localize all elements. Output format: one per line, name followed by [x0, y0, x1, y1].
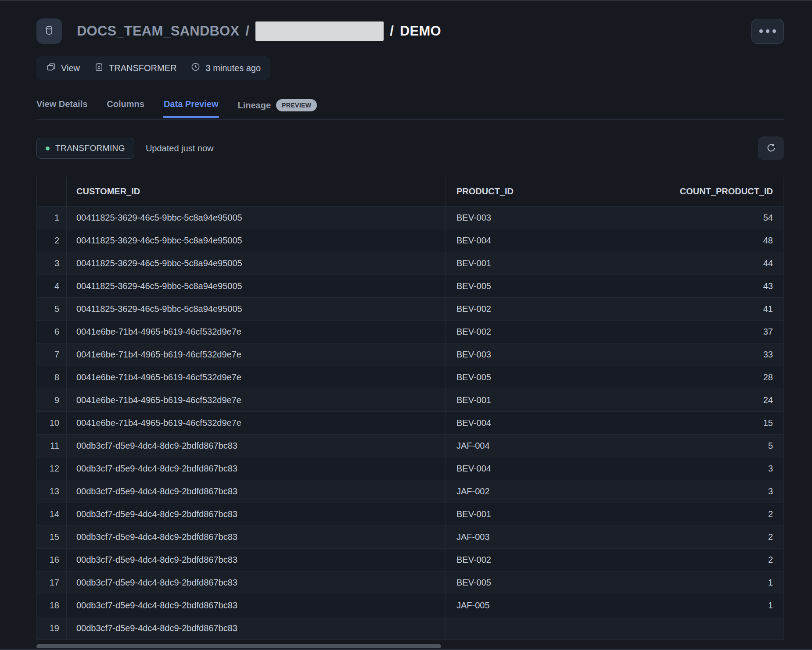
table-row: 10 0041e6be-71b4-4965-b619-46cf532d9e7e …	[37, 412, 783, 435]
table-row: 17 00db3cf7-d5e9-4dc4-8dc9-2bdfd867bc83 …	[37, 571, 783, 594]
more-actions-button[interactable]	[751, 19, 784, 44]
cell-product-id: BEV-005	[446, 275, 587, 297]
layers-icon	[46, 62, 56, 74]
cell-customer-id: 0041e6be-71b4-4965-b619-46cf532d9e7e	[67, 389, 446, 411]
cell-count-product-id: 41	[587, 298, 783, 320]
table-row: 18 00db3cf7-d5e9-4dc4-8dc9-2bdfd867bc83 …	[37, 594, 783, 617]
cell-product-id: BEV-004	[446, 229, 587, 252]
cell-product-id: BEV-003	[446, 343, 587, 366]
cell-customer-id: 00411825-3629-46c5-9bbc-5c8a94e95005	[67, 229, 446, 252]
table-row: 1 00411825-3629-46c5-9bbc-5c8a94e95005 B…	[37, 207, 783, 229]
cell-count-product-id: 48	[587, 229, 783, 252]
cell-count-product-id: 2	[587, 526, 783, 548]
cell-customer-id: 0041e6be-71b4-4965-b619-46cf532d9e7e	[67, 321, 446, 343]
header-customer-id: CUSTOMER_ID	[67, 177, 446, 206]
row-number: 3	[37, 252, 67, 275]
cell-product-id	[446, 617, 587, 639]
cell-count-product-id: 37	[587, 321, 783, 343]
title-separator: /	[390, 23, 394, 39]
cell-customer-id: 0041e6be-71b4-4965-b619-46cf532d9e7e	[67, 366, 446, 389]
object-role-label: TRANSFORMER	[109, 63, 176, 73]
preview-badge: PREVIEW	[276, 99, 317, 111]
row-number: 11	[37, 435, 67, 457]
cell-count-product-id	[587, 617, 783, 639]
cell-customer-id: 00db3cf7-d5e9-4dc4-8dc9-2bdfd867bc83	[67, 503, 446, 525]
table-row: 19 00db3cf7-d5e9-4dc4-8dc9-2bdfd867bc83	[37, 617, 783, 640]
cell-count-product-id: 3	[587, 480, 783, 503]
cell-product-id: BEV-001	[446, 252, 587, 275]
cell-count-product-id: 28	[587, 366, 783, 389]
row-number: 18	[37, 594, 67, 617]
cell-customer-id: 00411825-3629-46c5-9bbc-5c8a94e95005	[67, 207, 446, 229]
cell-product-id: BEV-005	[446, 366, 587, 389]
table-row: 5 00411825-3629-46c5-9bbc-5c8a94e95005 B…	[37, 298, 783, 321]
table-row: 12 00db3cf7-d5e9-4dc4-8dc9-2bdfd867bc83 …	[37, 457, 783, 480]
cell-customer-id: 00db3cf7-d5e9-4dc4-8dc9-2bdfd867bc83	[67, 549, 446, 571]
row-number: 17	[37, 571, 67, 594]
cell-product-id: BEV-001	[446, 389, 587, 411]
refresh-icon	[766, 143, 776, 154]
cell-count-product-id: 24	[587, 389, 783, 411]
cell-product-id: JAF-003	[446, 526, 587, 548]
cell-count-product-id: 5	[587, 435, 783, 457]
cell-product-id: BEV-002	[446, 321, 587, 343]
object-age-label: 3 minutes ago	[205, 63, 261, 73]
cell-product-id: BEV-005	[446, 571, 587, 594]
row-number: 13	[37, 480, 67, 503]
row-number: 9	[37, 389, 67, 411]
updated-text: Updated just now	[146, 143, 214, 154]
cell-customer-id: 0041e6be-71b4-4965-b619-46cf532d9e7e	[67, 343, 446, 366]
tab-columns[interactable]: Columns	[107, 99, 144, 117]
data-preview-table: CUSTOMER_ID PRODUCT_ID COUNT_PRODUCT_ID …	[36, 177, 784, 640]
table-row: 6 0041e6be-71b4-4965-b619-46cf532d9e7e B…	[37, 321, 783, 343]
cell-product-id: BEV-003	[446, 207, 587, 229]
horizontal-scrollbar-thumb[interactable]	[36, 644, 441, 648]
tab-bar: View Details Columns Data Preview Lineag…	[36, 99, 784, 120]
row-number: 4	[37, 275, 67, 297]
cell-customer-id: 00db3cf7-d5e9-4dc4-8dc9-2bdfd867bc83	[67, 435, 446, 457]
table-row: 3 00411825-3629-46c5-9bbc-5c8a94e95005 B…	[37, 252, 783, 275]
cell-product-id: BEV-002	[446, 549, 587, 571]
tab-view-details[interactable]: View Details	[36, 99, 87, 117]
cell-customer-id: 00db3cf7-d5e9-4dc4-8dc9-2bdfd867bc83	[67, 457, 446, 480]
page-title: DOCS_TEAM_SANDBOX / / DEMO	[77, 21, 441, 41]
row-number: 15	[37, 526, 67, 548]
status-label: TRANSFORMING	[55, 143, 125, 153]
table-row: 14 00db3cf7-d5e9-4dc4-8dc9-2bdfd867bc83 …	[37, 503, 783, 526]
status-row: TRANSFORMING Updated just now	[36, 136, 784, 160]
table-row: 9 0041e6be-71b4-4965-b619-46cf532d9e7e B…	[37, 389, 783, 412]
database-icon	[43, 25, 55, 38]
table-row: 7 0041e6be-71b4-4965-b619-46cf532d9e7e B…	[37, 343, 783, 366]
cell-product-id: BEV-004	[446, 457, 587, 480]
cell-customer-id: 00db3cf7-d5e9-4dc4-8dc9-2bdfd867bc83	[67, 594, 446, 617]
database-icon-chip	[36, 18, 62, 44]
tab-data-preview[interactable]: Data Preview	[164, 99, 219, 117]
cell-count-product-id: 44	[587, 252, 783, 275]
table-row: 4 00411825-3629-46c5-9bbc-5c8a94e95005 B…	[37, 275, 783, 298]
cell-count-product-id: 1	[587, 594, 783, 617]
table-row: 8 0041e6be-71b4-4965-b619-46cf532d9e7e B…	[37, 366, 783, 389]
title-separator: /	[245, 23, 249, 39]
cell-count-product-id: 43	[587, 275, 783, 297]
cell-count-product-id: 1	[587, 571, 783, 594]
object-role-badge: TRANSFORMER	[94, 62, 176, 74]
table-row: 2 00411825-3629-46c5-9bbc-5c8a94e95005 B…	[37, 229, 783, 252]
table-row: 15 00db3cf7-d5e9-4dc4-8dc9-2bdfd867bc83 …	[37, 526, 783, 549]
row-number: 16	[37, 549, 67, 571]
clock-icon	[190, 62, 201, 74]
object-header: DOCS_TEAM_SANDBOX / / DEMO	[36, 18, 784, 44]
header-row-number	[37, 177, 67, 206]
cell-count-product-id: 15	[587, 412, 783, 434]
row-number: 19	[37, 617, 67, 639]
row-number: 1	[37, 207, 67, 229]
cell-count-product-id: 2	[587, 503, 783, 525]
title-database: DOCS_TEAM_SANDBOX	[77, 23, 239, 39]
ellipsis-icon	[759, 29, 763, 33]
cell-product-id: BEV-002	[446, 298, 587, 320]
refresh-button[interactable]	[758, 136, 784, 160]
table-header: CUSTOMER_ID PRODUCT_ID COUNT_PRODUCT_ID	[37, 177, 783, 207]
tab-lineage[interactable]: Lineage PREVIEW	[237, 99, 317, 119]
object-age-badge: 3 minutes ago	[190, 62, 261, 74]
cell-product-id: JAF-004	[446, 435, 587, 457]
header-product-id: PRODUCT_ID	[446, 177, 587, 206]
